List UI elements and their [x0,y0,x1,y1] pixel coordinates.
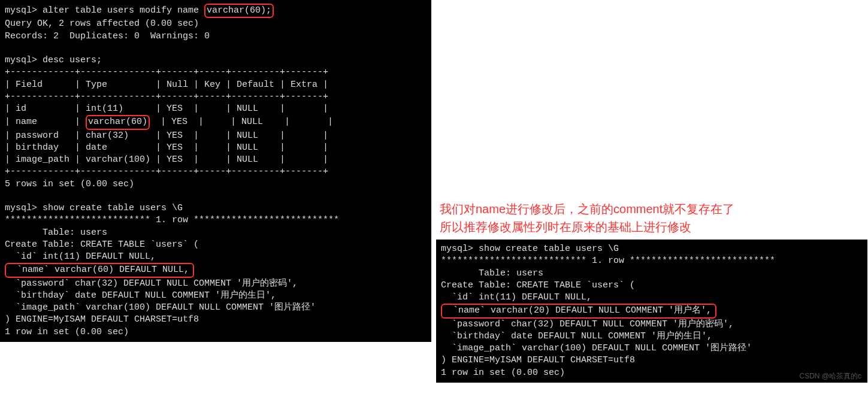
create-engine-line: ) ENGINE=MyISAM DEFAULT CHARSET=utf8 [441,355,635,365]
create-engine-line: ) ENGINE=MyISAM DEFAULT CHARSET=utf8 [5,314,199,325]
table-row-id: | id | int(11) | YES | | NULL | | [5,104,328,114]
one-row-set: 1 row in set (0.00 sec) [441,368,565,378]
show-create-cmd: show create table users \G [43,203,183,213]
show-create-cmd: show create table users \G [479,244,619,254]
row-separator: *************************** 1. row *****… [5,215,339,225]
create-imagepath-line: `image_path` varchar(100) DEFAULT NULL C… [441,343,752,353]
create-table-head: Create Table: CREATE TABLE `users` ( [441,280,635,290]
create-name-highlight: `name` varchar(60) DEFAULT NULL, [5,263,194,277]
create-birthday-line: `birthday` date DEFAULT NULL COMMENT '用户… [441,331,712,341]
records-line: Records: 2 Duplicates: 0 Warnings: 0 [5,31,210,41]
annotation-line-1: 我们对name进行修改后，之前的comment就不复存在了 [440,202,734,216]
table-header: | Field | Type | Null | Key | Default | … [5,80,328,90]
create-imagepath-line: `image_path` varchar(100) DEFAULT NULL C… [5,302,316,313]
one-row-set: 1 row in set (0.00 sec) [5,327,129,337]
table-name-line: Table: users [5,228,107,238]
create-id-line: `id` int(11) DEFAULT NULL, [441,292,592,302]
prompt: mysql> [5,203,43,213]
desc-cmd: desc users; [43,55,102,65]
table-sep: +------------+--------------+------+----… [5,92,328,102]
table-row-password: | password | char(32) | YES | | NULL | | [5,131,328,141]
create-password-line: `password` char(32) DEFAULT NULL COMMENT… [441,319,734,329]
table-row-imagepath: | image_path | varchar(100) | YES | | NU… [5,154,328,165]
prompt: mysql> [5,5,43,16]
query-ok-line: Query OK, 2 rows affected (0.00 sec) [5,19,199,29]
table-sep: +------------+--------------+------+----… [5,166,328,177]
table-row-birthday: | birthday | date | YES | | NULL | | [5,143,328,153]
rows-in-set: 5 rows in set (0.00 sec) [5,179,134,189]
annotation-line-2: 所以推荐修改属性列时在原来的基础上进行修改 [440,220,691,234]
row-separator: *************************** 1. row *****… [441,256,775,266]
create-name-highlight: `name` varchar(20) DEFAULT NULL COMMENT … [441,304,716,318]
left-terminal: mysql> alter table users modify name var… [0,0,431,342]
alter-varchar-highlight: varchar(60); [204,4,274,18]
prompt: mysql> [5,55,43,65]
table-name-line: Table: users [441,268,543,278]
create-id-line: `id` int(11) DEFAULT NULL, [5,252,156,262]
name-type-highlight: varchar(60) [86,115,150,129]
prompt: mysql> [441,244,479,254]
create-table-head: Create Table: CREATE TABLE `users` ( [5,240,199,250]
annotation-text: 我们对name进行修改后，之前的comment就不复存在了 所以推荐修改属性列时… [436,198,867,240]
create-birthday-line: `birthday` date DEFAULT NULL COMMENT '用户… [5,290,276,301]
alter-cmd-pre: alter table users modify name [43,5,204,16]
table-row-name-b: | YES | | NULL | | [150,117,333,127]
table-sep: +------------+--------------+------+----… [5,67,328,77]
create-password-line: `password` char(32) DEFAULT NULL COMMENT… [5,278,298,289]
right-terminal: mysql> show create table users \G ******… [436,240,867,383]
table-row-name-a: | name | [5,117,86,127]
